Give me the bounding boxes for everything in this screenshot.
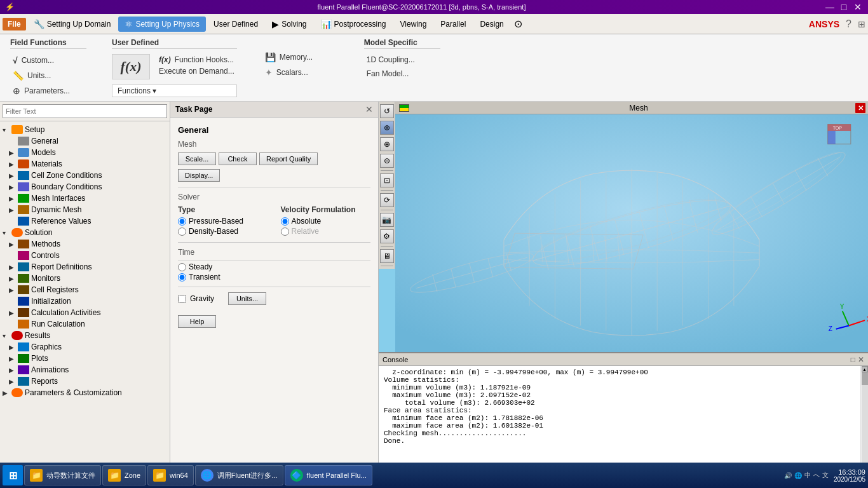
rotate-button[interactable]: ⟳ bbox=[380, 193, 394, 207]
report-quality-button[interactable]: Report Quality bbox=[259, 152, 318, 165]
expand-reports-icon[interactable]: ▶ bbox=[9, 264, 18, 271]
close-button[interactable]: ✕ bbox=[853, 2, 863, 12]
viewport-close-button[interactable]: ✕ bbox=[855, 103, 865, 113]
menu-setup-domain[interactable]: 🔧 Setting Up Domain bbox=[27, 17, 118, 32]
tree-item-methods[interactable]: ▶ Methods bbox=[0, 238, 170, 250]
execute-on-demand-item[interactable]: Execute on Demand... bbox=[156, 65, 237, 77]
layout-icon[interactable]: ⊞ bbox=[858, 19, 865, 29]
menu-viewing[interactable]: Viewing bbox=[394, 17, 433, 31]
relative-radio[interactable] bbox=[281, 227, 289, 236]
function-hooks-item[interactable]: f(x) Function Hooks... bbox=[156, 54, 237, 65]
filter-input[interactable] bbox=[3, 104, 167, 118]
gravity-units-button[interactable]: Units... bbox=[228, 292, 266, 305]
settings-button[interactable]: ⚙ bbox=[380, 229, 394, 243]
expand-boundary-icon[interactable]: ▶ bbox=[9, 184, 18, 191]
tree-item-materials[interactable]: ▶ Materials bbox=[0, 158, 170, 170]
display-button[interactable]: Display... bbox=[178, 169, 220, 182]
tree-item-parameters[interactable]: ▶ Parameters & Customization bbox=[0, 387, 170, 398]
taskbar-zone-item[interactable]: 📁 Zone bbox=[102, 465, 146, 485]
console-close-button[interactable]: ✕ bbox=[858, 355, 864, 364]
menu-file[interactable]: File bbox=[3, 18, 26, 30]
menu-setup-physics[interactable]: ⚛ Setting Up Physics bbox=[118, 17, 206, 32]
console-restore-button[interactable]: □ bbox=[851, 355, 855, 364]
tree-item-graphics[interactable]: ▶ Graphics bbox=[0, 341, 170, 353]
tree-item-ref-values[interactable]: Reference Values bbox=[0, 215, 170, 227]
gravity-checkbox[interactable] bbox=[178, 295, 186, 303]
refresh-button[interactable]: ↺ bbox=[380, 104, 394, 118]
start-button[interactable]: ⊞ bbox=[3, 465, 23, 485]
taskbar-fluent-item[interactable]: 🔷 fluent Parallel Flu... bbox=[285, 465, 372, 485]
expand-mesh-int-icon[interactable]: ▶ bbox=[9, 195, 18, 202]
tree-item-controls[interactable]: Controls bbox=[0, 250, 170, 261]
sys-icon-2[interactable]: 🌐 bbox=[794, 472, 802, 479]
tree-item-plots[interactable]: ▶ Plots bbox=[0, 353, 170, 364]
tree-item-models[interactable]: ▶ Models bbox=[0, 147, 170, 158]
expand-results-icon[interactable]: ▾ bbox=[3, 332, 11, 339]
taskbar-chrome-item[interactable]: 🌐 调用Fluent进行多... bbox=[195, 465, 283, 485]
console-text[interactable]: z-coordinate: min (m) = -3.994799e+00, m… bbox=[379, 366, 860, 470]
tree-item-monitors[interactable]: ▶ Monitors bbox=[0, 273, 170, 284]
expand-methods-icon[interactable]: ▶ bbox=[9, 241, 18, 248]
expand-setup-icon[interactable]: ▾ bbox=[3, 126, 11, 133]
expand-reports2-icon[interactable]: ▶ bbox=[9, 378, 18, 385]
menu-parallel[interactable]: Parallel bbox=[434, 17, 472, 31]
scale-button[interactable]: Scale... bbox=[178, 152, 216, 165]
fit-button[interactable]: ⊡ bbox=[380, 173, 394, 187]
screenshot-button[interactable]: 🖥 bbox=[380, 249, 394, 263]
help-icon[interactable]: ? bbox=[846, 18, 851, 30]
tree-item-setup[interactable]: ▾ Setup bbox=[0, 124, 170, 135]
memory-item[interactable]: 💾 Memory... bbox=[262, 51, 339, 64]
taskbar-clock[interactable]: 16:33:09 2020/12/05 bbox=[834, 468, 865, 483]
1d-coupling-item[interactable]: 1D Coupling... bbox=[364, 54, 440, 65]
tree-item-animations[interactable]: ▶ Animations bbox=[0, 364, 170, 376]
menu-design[interactable]: Design bbox=[473, 17, 510, 31]
pressure-based-radio[interactable] bbox=[178, 217, 186, 226]
tree-item-results[interactable]: ▾ Results bbox=[0, 330, 170, 341]
parameters-item[interactable]: ⊕ Parameters... bbox=[10, 85, 86, 97]
expand-solution-icon[interactable]: ▾ bbox=[3, 229, 11, 236]
expand-calc-act-icon[interactable]: ▶ bbox=[9, 309, 18, 316]
functions-dropdown[interactable]: Functions ▾ bbox=[112, 85, 237, 97]
tree-item-cell-zone[interactable]: ▶ Cell Zone Conditions bbox=[0, 170, 170, 181]
transient-radio[interactable] bbox=[178, 273, 186, 281]
window-controls[interactable]: — □ ✕ bbox=[825, 2, 863, 12]
tree-item-general[interactable]: General bbox=[0, 135, 170, 147]
sys-input-2[interactable]: 文 bbox=[822, 471, 829, 480]
console-vscrollbar[interactable]: ▲ ▼ bbox=[860, 366, 868, 470]
tree-item-mesh-interfaces[interactable]: ▶ Mesh Interfaces bbox=[0, 193, 170, 204]
tree-item-cell-registers[interactable]: ▶ Cell Registers bbox=[0, 284, 170, 295]
tree-item-initialization[interactable]: Initialization bbox=[0, 295, 170, 307]
camera-button[interactable]: 📷 bbox=[380, 213, 394, 227]
console-controls[interactable]: □ ✕ bbox=[851, 355, 864, 364]
expand-param-icon[interactable]: ▶ bbox=[3, 390, 11, 396]
tree-item-reports[interactable]: ▶ Reports bbox=[0, 376, 170, 387]
density-based-radio[interactable] bbox=[178, 227, 186, 236]
maximize-button[interactable]: □ bbox=[839, 2, 849, 12]
units-item[interactable]: 📏 Units... bbox=[10, 69, 86, 82]
tree-item-calc-activities[interactable]: ▶ Calculation Activities bbox=[0, 307, 170, 318]
taskbar-win64-item[interactable]: 📁 win64 bbox=[147, 465, 194, 485]
sys-input[interactable]: へ bbox=[813, 471, 820, 480]
collapse-button[interactable]: ⊙ bbox=[514, 18, 522, 30]
sys-icon-1[interactable]: 🔊 bbox=[784, 472, 792, 479]
scalars-item[interactable]: ✦ Scalars... bbox=[262, 66, 339, 79]
expand-cell-reg-icon[interactable]: ▶ bbox=[9, 287, 18, 294]
menu-solving[interactable]: ▶ Solving bbox=[266, 17, 313, 32]
tree-item-run-calculation[interactable]: Run Calculation bbox=[0, 318, 170, 330]
tree-item-boundary[interactable]: ▶ Boundary Conditions bbox=[0, 181, 170, 193]
vscroll-thumb[interactable] bbox=[862, 372, 868, 385]
vscroll-up-button[interactable]: ▲ bbox=[862, 366, 868, 372]
select-button[interactable]: ⊕ bbox=[380, 121, 394, 135]
help-button[interactable]: Help bbox=[178, 315, 216, 328]
expand-graphics-icon[interactable]: ▶ bbox=[9, 344, 18, 351]
expand-plots-icon[interactable]: ▶ bbox=[9, 355, 18, 362]
expand-monitors-icon[interactable]: ▶ bbox=[9, 275, 18, 282]
tree-item-dynamic-mesh[interactable]: ▶ Dynamic Mesh bbox=[0, 204, 170, 215]
taskbar-files-item-1[interactable]: 📁 动导数计算文件 bbox=[24, 465, 101, 485]
tree-item-solution[interactable]: ▾ Solution bbox=[0, 227, 170, 238]
tree-item-report-definitions[interactable]: ▶ Report Definitions bbox=[0, 261, 170, 273]
zoom-out-button[interactable]: ⊖ bbox=[380, 154, 394, 168]
expand-anims-icon[interactable]: ▶ bbox=[9, 367, 18, 374]
mesh-3d-view[interactable]: X Y Z TOP bbox=[395, 114, 868, 352]
fan-model-item[interactable]: Fan Model... bbox=[364, 68, 440, 79]
